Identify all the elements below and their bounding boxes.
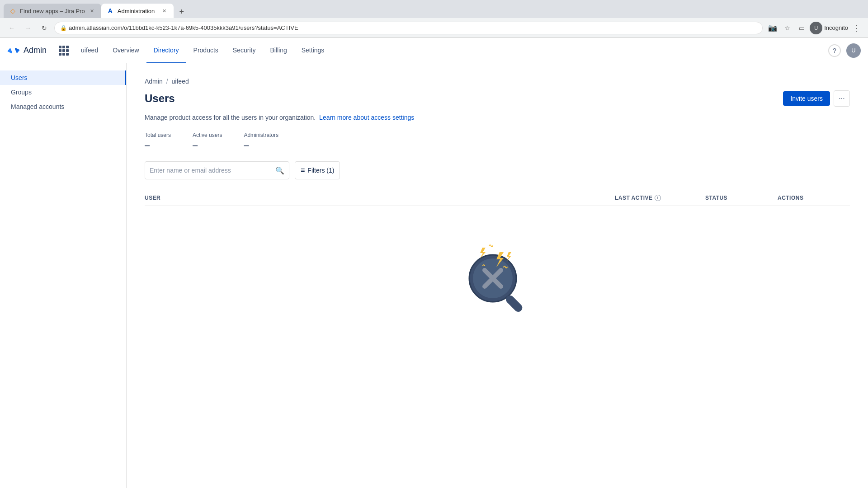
- search-icon: 🔍: [275, 166, 284, 175]
- toolbar-actions: 📷 ☆ ▭ U Incognito ⋮: [766, 22, 863, 34]
- tab2-close[interactable]: ✕: [161, 7, 168, 14]
- camera-icon[interactable]: 📷: [766, 22, 779, 34]
- breadcrumb-org: uifeed: [172, 78, 189, 85]
- tab1-favicon: ◇: [9, 7, 16, 14]
- browser-tab-1[interactable]: ◇ Find new apps – Jira Pro ✕: [4, 4, 101, 18]
- nav-item-billing[interactable]: Billing: [263, 38, 294, 63]
- avatar[interactable]: U: [846, 43, 861, 58]
- browser-tab-2[interactable]: A Administration ✕: [101, 4, 174, 18]
- invite-users-button[interactable]: Invite users: [783, 91, 830, 106]
- nav-item-directory[interactable]: Directory: [146, 38, 186, 63]
- new-tab-button[interactable]: +: [175, 5, 188, 18]
- tab2-label: Administration: [118, 8, 155, 14]
- sidebar-item-groups[interactable]: Groups: [0, 85, 126, 99]
- apps-waffle-icon[interactable]: [57, 44, 70, 57]
- tab1-close[interactable]: ✕: [89, 7, 96, 14]
- empty-state: [145, 206, 850, 351]
- sidebar-toggle-icon[interactable]: ▭: [795, 22, 808, 34]
- empty-illustration: [452, 233, 542, 324]
- atlassian-logo: Admin: [7, 44, 47, 57]
- breadcrumb: Admin / uifeed: [145, 78, 850, 85]
- col-header-user: User: [145, 195, 615, 201]
- back-button[interactable]: ←: [5, 22, 18, 34]
- browser-tabs: ◇ Find new apps – Jira Pro ✕ A Administr…: [0, 0, 868, 18]
- nav-item-overview[interactable]: Overview: [105, 38, 146, 63]
- help-icon[interactable]: ?: [828, 44, 841, 57]
- more-options-button[interactable]: ···: [834, 90, 850, 107]
- address-text: admin.atlassian.com/o/11bbd1kc-k523-1k7a…: [69, 24, 298, 31]
- address-bar[interactable]: 🔒 admin.atlassian.com/o/11bbd1kc-k523-1k…: [54, 22, 763, 34]
- top-nav: Admin uifeed Overview Directory Products…: [0, 38, 868, 63]
- description-text: Manage product access for all the users …: [145, 114, 316, 121]
- svg-marker-7: [507, 252, 511, 261]
- stat-total-users: Total users –: [145, 132, 171, 150]
- filter-button[interactable]: ≡ Filters (1): [295, 161, 340, 179]
- filter-icon: ≡: [301, 166, 305, 174]
- atlassian-logo-icon: [7, 44, 20, 57]
- nav-item-products[interactable]: Products: [186, 38, 226, 63]
- app: Admin uifeed Overview Directory Products…: [0, 38, 868, 488]
- menu-icon[interactable]: ⋮: [850, 22, 863, 34]
- incognito-label: Incognito: [824, 24, 848, 31]
- reload-button[interactable]: ↻: [38, 22, 51, 34]
- breadcrumb-admin[interactable]: Admin: [145, 78, 163, 85]
- star-icon[interactable]: ☆: [781, 22, 793, 34]
- sidebar: Users Groups Managed accounts: [0, 63, 127, 488]
- search-input[interactable]: [150, 167, 272, 174]
- nav-item-security[interactable]: Security: [226, 38, 263, 63]
- profile-icon[interactable]: U: [810, 22, 822, 34]
- main-layout: Users Groups Managed accounts Admin / ui…: [0, 63, 868, 488]
- last-active-info-icon[interactable]: i: [655, 195, 661, 201]
- col-header-status: Status: [705, 195, 778, 201]
- page-title: Users: [145, 92, 175, 105]
- learn-more-link[interactable]: Learn more about access settings: [319, 114, 414, 121]
- forward-button[interactable]: →: [22, 22, 34, 34]
- table-header: User Last active i Status Actions: [145, 190, 850, 206]
- stats: Total users – Active users – Administrat…: [145, 132, 850, 150]
- breadcrumb-sep: /: [166, 78, 168, 85]
- col-header-actions: Actions: [778, 195, 850, 201]
- stat-total-value: –: [145, 140, 171, 150]
- nav-item-settings[interactable]: Settings: [294, 38, 332, 63]
- stat-total-label: Total users: [145, 132, 171, 138]
- svg-rect-4: [504, 294, 524, 314]
- stat-active-label: Active users: [193, 132, 222, 138]
- search-box[interactable]: 🔍: [145, 161, 289, 179]
- header-actions: Invite users ···: [783, 90, 850, 107]
- sidebar-item-users[interactable]: Users: [0, 70, 126, 85]
- stat-admin-value: –: [244, 140, 278, 150]
- tab2-favicon: A: [107, 7, 114, 14]
- tab1-label: Find new apps – Jira Pro: [20, 8, 85, 14]
- description: Manage product access for all the users …: [145, 114, 850, 121]
- sidebar-item-managed-accounts[interactable]: Managed accounts: [0, 99, 126, 114]
- stat-active-value: –: [193, 140, 222, 150]
- nav-item-uifeed[interactable]: uifeed: [74, 38, 105, 63]
- col-header-last-active: Last active i: [615, 195, 705, 201]
- nav-right: ? U: [828, 43, 861, 58]
- filter-label: Filters (1): [307, 167, 334, 174]
- nav-items: uifeed Overview Directory Products Secur…: [74, 38, 828, 63]
- stat-active-users: Active users –: [193, 132, 222, 150]
- browser-chrome: ◇ Find new apps – Jira Pro ✕ A Administr…: [0, 0, 868, 38]
- main-content: Admin / uifeed Users Invite users ··· Ma…: [127, 63, 868, 488]
- browser-toolbar: ← → ↻ 🔒 admin.atlassian.com/o/11bbd1kc-k…: [0, 18, 868, 38]
- logo-text: Admin: [24, 46, 47, 55]
- search-filter-row: 🔍 ≡ Filters (1): [145, 161, 850, 179]
- page-header: Users Invite users ···: [145, 90, 850, 107]
- stat-admin-label: Administrators: [244, 132, 278, 138]
- stat-administrators: Administrators –: [244, 132, 278, 150]
